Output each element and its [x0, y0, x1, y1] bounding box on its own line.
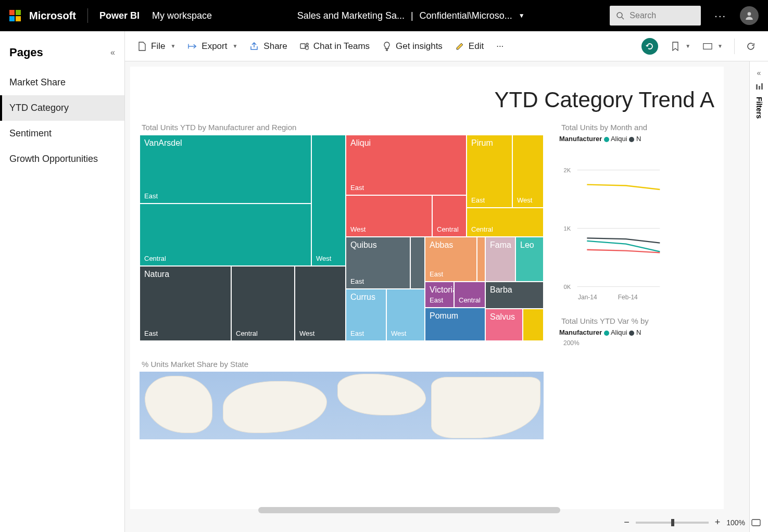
chevron-down-icon: ▼ — [232, 43, 237, 49]
treemap-cell[interactable] — [410, 237, 425, 289]
search-input[interactable] — [629, 11, 682, 20]
page-item-growth[interactable]: Growth Opportunities — [0, 146, 124, 172]
sensitivity-label[interactable]: Confidential\Microso... — [420, 10, 512, 21]
get-insights-button[interactable]: Get insights — [376, 31, 449, 61]
legend-item: N — [636, 328, 641, 336]
treemap-cell[interactable]: Barba — [485, 282, 544, 309]
treemap-cell[interactable]: Salvus — [485, 309, 523, 341]
treemap-cell[interactable]: West — [512, 135, 544, 208]
share-button[interactable]: Share — [244, 31, 293, 61]
product-label[interactable]: Power BI — [99, 10, 140, 21]
y-tick: 200% — [559, 339, 663, 347]
bookmark-icon — [671, 42, 680, 51]
treemap-cell[interactable]: VanArsdelEast — [140, 135, 311, 204]
lightbulb-icon — [382, 42, 392, 51]
export-menu[interactable]: Export ▼ — [182, 31, 244, 61]
horizontal-scrollbar[interactable] — [258, 507, 560, 513]
treemap-cell[interactable]: Fama — [485, 237, 515, 282]
treemap-cell[interactable]: Central — [140, 204, 311, 266]
workspace-link[interactable]: My workspace — [152, 10, 212, 21]
report-toolbar: File ▼ Export ▼ Share Chat in Teams Get … — [125, 31, 768, 61]
linechart-visual[interactable]: 2K 1K 0K — [559, 146, 663, 292]
collapse-sidebar-icon[interactable]: « — [110, 48, 115, 57]
chevron-down-icon[interactable]: ▼ — [519, 12, 525, 19]
y-tick: 2K — [564, 167, 571, 173]
treemap-cell[interactable]: Central — [432, 195, 467, 237]
barchart-title: Total Units YTD Var % by — [561, 316, 663, 325]
zoom-controls: − + 100% — [624, 517, 761, 528]
treemap-cell[interactable] — [523, 309, 544, 341]
treemap-cell[interactable]: West — [311, 135, 346, 266]
filters-pane-collapsed[interactable]: « Filters — [749, 61, 768, 532]
export-icon — [188, 42, 197, 51]
treemap-cell[interactable]: AliquiEast — [346, 135, 467, 195]
insights-label: Get insights — [396, 41, 443, 52]
zoom-out-button[interactable]: − — [624, 517, 629, 528]
svg-point-0 — [617, 12, 622, 18]
treemap-cell[interactable] — [477, 237, 485, 282]
y-tick: 1K — [564, 225, 571, 232]
treemap-visual[interactable]: VanArsdelEastCentralWestNaturaEastCentra… — [140, 135, 544, 341]
more-options-icon[interactable]: ··· — [707, 10, 734, 22]
reset-icon — [641, 38, 658, 55]
chat-teams-button[interactable]: Chat in Teams — [294, 31, 376, 61]
separator — [87, 8, 88, 23]
legend-dot — [604, 331, 609, 336]
treemap-cell[interactable]: PirumEast — [467, 135, 512, 208]
pages-title: Pages — [9, 46, 43, 59]
x-tick: Feb-14 — [618, 294, 638, 301]
treemap-cell[interactable]: Pomum — [425, 308, 485, 341]
treemap-cell[interactable]: Central — [231, 266, 295, 341]
page-item-ytd-category[interactable]: YTD Category — [0, 95, 124, 121]
chevron-down-icon: ▼ — [717, 43, 723, 49]
treemap-cell[interactable]: Leo — [515, 237, 544, 282]
map-visual[interactable] — [140, 372, 544, 439]
linechart-legend: Manufacturer Aliqui N — [559, 135, 663, 143]
treemap-cell[interactable]: Central — [467, 208, 544, 237]
treemap-cell[interactable]: QuibusEast — [346, 237, 410, 289]
treemap-cell[interactable]: CurrusEast — [346, 289, 386, 341]
chat-label: Chat in Teams — [313, 41, 370, 52]
treemap-cell[interactable]: West — [295, 266, 346, 341]
bookmark-menu[interactable]: ▼ — [664, 31, 697, 61]
canvas-scroll[interactable]: YTD Category Trend A Total Units YTD by … — [125, 61, 749, 532]
more-menu[interactable]: ··· — [490, 31, 510, 61]
filters-icon — [756, 83, 763, 91]
treemap-cell[interactable]: West — [386, 289, 425, 341]
search-input-wrap[interactable] — [610, 6, 701, 26]
view-menu[interactable]: ▼ — [697, 31, 729, 61]
treemap-cell[interactable]: NaturaEast — [140, 266, 231, 341]
microsoft-label: Microsoft — [29, 10, 76, 22]
treemap-cell[interactable]: West — [346, 195, 432, 237]
file-menu[interactable]: File ▼ — [131, 31, 182, 61]
svg-rect-12 — [759, 86, 760, 90]
fit-to-page-icon[interactable] — [751, 519, 761, 526]
zoom-thumb[interactable] — [671, 519, 674, 526]
svg-point-6 — [306, 43, 308, 45]
legend-item: Aliqui — [611, 328, 627, 336]
edit-button[interactable]: Edit — [449, 31, 490, 61]
refresh-icon — [746, 42, 756, 51]
treemap-cell[interactable]: AbbasEast — [425, 237, 477, 282]
treemap-cell[interactable]: Central — [454, 282, 485, 308]
zoom-slider[interactable] — [636, 522, 709, 524]
zoom-in-button[interactable]: + — [715, 517, 721, 528]
treemap-cell[interactable]: VictoriaEast — [425, 282, 454, 308]
linechart-title: Total Units by Month and — [561, 123, 663, 132]
user-avatar[interactable] — [740, 6, 759, 25]
expand-filters-icon[interactable]: « — [757, 69, 761, 77]
barchart-legend: Manufacturer Aliqui N — [559, 328, 663, 336]
page-item-sentiment[interactable]: Sentiment — [0, 121, 124, 146]
chevron-down-icon: ▼ — [170, 43, 175, 49]
legend-label: Manufacturer — [559, 135, 602, 143]
reset-button[interactable] — [635, 31, 664, 61]
export-label: Export — [202, 41, 227, 52]
microsoft-logo-icon — [9, 10, 21, 21]
edit-label: Edit — [469, 41, 484, 52]
refresh-button[interactable] — [740, 31, 762, 61]
report-name-crumb[interactable]: Sales and Marketing Sa... — [297, 10, 405, 21]
svg-rect-11 — [756, 84, 758, 90]
report-canvas: YTD Category Trend A Total Units YTD by … — [130, 67, 724, 509]
page-item-market-share[interactable]: Market Share — [0, 70, 124, 95]
crumb-sep: | — [411, 10, 413, 21]
